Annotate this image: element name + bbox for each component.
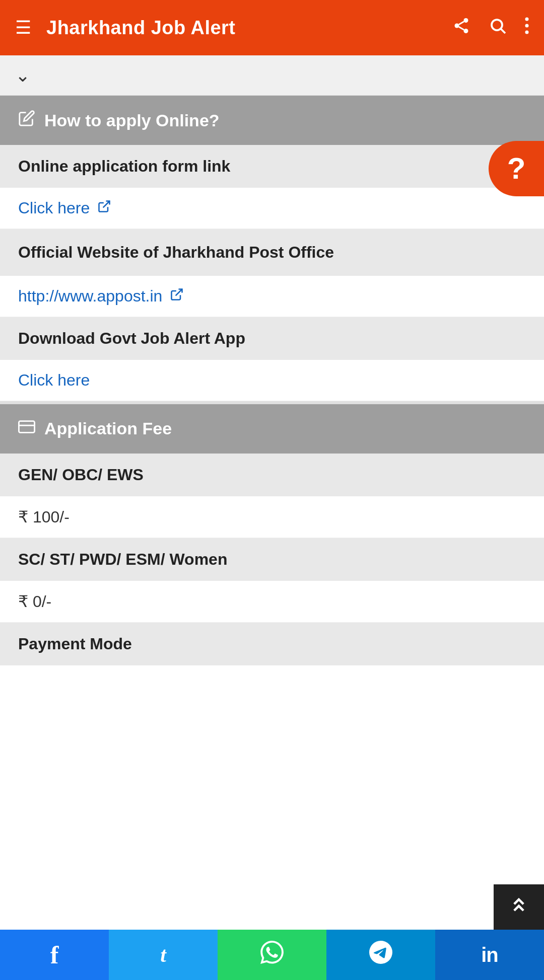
external-link-icon-1 [97, 199, 111, 217]
facebook-button[interactable]: f [0, 930, 109, 980]
gen-obc-ews-value: ₹ 100/- [18, 508, 70, 526]
linkedin-button[interactable]: in [435, 930, 544, 980]
svg-point-1 [455, 24, 459, 28]
facebook-icon: f [50, 940, 59, 969]
dropdown-bar[interactable]: ⌄ [0, 55, 544, 96]
online-app-form-link[interactable]: Click here [18, 199, 90, 217]
svg-point-8 [525, 24, 529, 28]
hamburger-icon[interactable]: ☰ [15, 19, 31, 37]
official-website-link[interactable]: http://www.appost.in [18, 287, 162, 305]
application-fee-header: Application Fee [0, 404, 544, 454]
sc-st-value: ₹ 0/- [18, 592, 51, 611]
twitter-button[interactable]: t [109, 930, 218, 980]
telegram-button[interactable] [326, 930, 435, 980]
online-app-form-label-row: Online application form link [0, 145, 544, 188]
whatsapp-button[interactable] [218, 930, 326, 980]
sc-st-label: SC/ ST/ PWD/ ESM/ Women [18, 550, 227, 568]
search-icon[interactable] [489, 17, 507, 39]
svg-point-9 [525, 31, 529, 34]
gen-obc-ews-value-row: ₹ 100/- [0, 496, 544, 538]
download-app-label: Download Govt Job Alert App [18, 329, 245, 347]
social-bar: f t in [0, 930, 544, 980]
sc-st-label-row: SC/ ST/ PWD/ ESM/ Women [0, 538, 544, 581]
svg-line-4 [459, 22, 464, 25]
telegram-icon [369, 941, 392, 969]
scroll-top-icon [508, 894, 530, 921]
download-app-link[interactable]: Click here [18, 371, 90, 389]
svg-point-0 [464, 18, 468, 23]
help-bubble[interactable]: ? [489, 141, 544, 196]
share-icon[interactable] [452, 17, 470, 39]
header-icons [452, 17, 529, 39]
download-app-value-row[interactable]: Click here [0, 360, 544, 401]
svg-point-5 [492, 20, 502, 30]
help-icon: ? [507, 154, 526, 184]
download-app-label-row: Download Govt Job Alert App [0, 317, 544, 360]
money-icon [18, 418, 35, 439]
edit-icon [18, 110, 35, 131]
svg-line-10 [103, 201, 109, 208]
external-link-icon-2 [170, 287, 184, 305]
app-header: ☰ Jharkhand Job Alert [0, 0, 544, 55]
how-to-apply-header: How to apply Online? [0, 96, 544, 145]
main-content: How to apply Online? Online application … [0, 96, 544, 665]
svg-point-2 [464, 29, 468, 33]
linkedin-icon: in [481, 944, 498, 966]
header-left: ☰ Jharkhand Job Alert [15, 17, 236, 39]
scroll-to-top-button[interactable] [494, 884, 544, 930]
svg-point-7 [525, 18, 529, 21]
official-website-label-row: Official Website of Jharkhand Post Offic… [0, 229, 544, 276]
header-title: Jharkhand Job Alert [46, 17, 236, 39]
more-options-icon[interactable] [525, 17, 529, 39]
payment-mode-label-row: Payment Mode [0, 623, 544, 665]
chevron-down-icon[interactable]: ⌄ [15, 65, 30, 86]
official-website-value-row[interactable]: http://www.appost.in [0, 276, 544, 317]
svg-rect-12 [19, 421, 34, 432]
online-app-form-label: Online application form link [18, 157, 230, 175]
gen-obc-ews-label: GEN/ OBC/ EWS [18, 466, 144, 484]
official-website-label: Official Website of Jharkhand Post Offic… [18, 243, 334, 261]
payment-mode-label: Payment Mode [18, 635, 132, 653]
svg-line-11 [175, 289, 182, 295]
gen-obc-ews-label-row: GEN/ OBC/ EWS [0, 454, 544, 496]
application-fee-title: Application Fee [44, 419, 172, 438]
svg-line-3 [459, 27, 464, 30]
svg-line-6 [501, 29, 505, 33]
online-app-form-value-row[interactable]: Click here [0, 188, 544, 229]
whatsapp-icon [260, 941, 284, 969]
sc-st-value-row: ₹ 0/- [0, 581, 544, 623]
twitter-icon: t [160, 943, 166, 967]
how-to-apply-title: How to apply Online? [44, 111, 220, 130]
